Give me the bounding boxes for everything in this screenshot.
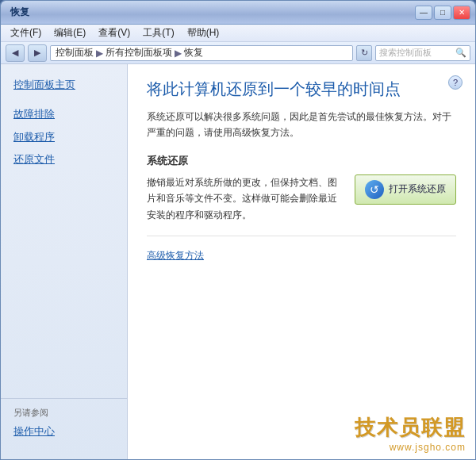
restore-btn-label: 打开系统还原 <box>389 182 446 196</box>
sidebar-also-see: 另请参阅 操作中心 <box>1 398 127 450</box>
path-arrow-2: ▶ <box>175 48 182 59</box>
back-button[interactable]: ◀ <box>6 44 25 62</box>
path-segment-2: 所有控制面板项 <box>106 46 172 59</box>
main-window: 恢复 — □ ✕ 文件(F) 编辑(E) 查看(V) 工具(T) 帮助(H) ◀… <box>0 0 476 460</box>
maximize-button[interactable]: □ <box>434 6 451 20</box>
menu-file[interactable]: 文件(F) <box>4 25 48 41</box>
page-description: 系统还原可以解决很多系统问题，因此是首先尝试的最佳恢复方法。对于严重的问题，请使… <box>147 109 456 141</box>
watermark-text-line1: 技术员联盟 <box>355 414 466 442</box>
path-segment-1: 控制面板 <box>56 46 94 59</box>
menu-bar: 文件(F) 编辑(E) 查看(V) 工具(T) 帮助(H) <box>1 25 475 42</box>
address-path[interactable]: 控制面板 ▶ 所有控制面板项 ▶ 恢复 <box>50 45 353 61</box>
menu-edit[interactable]: 编辑(E) <box>48 25 92 41</box>
search-box[interactable]: 搜索控制面板 🔍 <box>375 45 470 61</box>
sidebar: 控制面板主页 故障排除 卸载程序 还原文件 另请参阅 操作中心 <box>1 64 128 459</box>
sidebar-link-uninstall[interactable]: 卸载程序 <box>1 126 127 149</box>
menu-view[interactable]: 查看(V) <box>92 25 136 41</box>
watermark: 技术员联盟 www.jsgho.com <box>355 414 466 453</box>
page-title: 将此计算机还原到一个较早的时间点 <box>147 79 456 99</box>
menu-help[interactable]: 帮助(H) <box>181 25 226 41</box>
sidebar-link-home[interactable]: 控制面板主页 <box>1 74 127 97</box>
path-segment-3: 恢复 <box>184 46 203 59</box>
content-panel: ? 将此计算机还原到一个较早的时间点 系统还原可以解决很多系统问题，因此是首先尝… <box>128 64 475 459</box>
close-button[interactable]: ✕ <box>453 6 470 20</box>
sidebar-link-action-center[interactable]: 操作中心 <box>13 422 114 442</box>
search-placeholder: 搜索控制面板 <box>379 47 455 59</box>
restore-btn-icon: ↺ <box>365 180 384 199</box>
sidebar-link-restore-files[interactable]: 还原文件 <box>1 148 127 171</box>
window-title: 恢复 <box>6 6 413 19</box>
also-see-label: 另请参阅 <box>13 407 114 419</box>
minimize-button[interactable]: — <box>415 6 432 20</box>
forward-button[interactable]: ▶ <box>28 44 47 62</box>
advanced-recovery-link[interactable]: 高级恢复方法 <box>147 249 456 263</box>
open-system-restore-button[interactable]: ↺ 打开系统还原 <box>355 174 456 205</box>
main-area: 控制面板主页 故障排除 卸载程序 还原文件 另请参阅 操作中心 ? 将此计算机还… <box>1 64 475 459</box>
restore-description: 撤销最近对系统所做的更改，但保持文档、图片和音乐等文件不变。这样做可能会删除最近… <box>147 174 342 223</box>
path-arrow-1: ▶ <box>96 48 103 59</box>
menu-tools[interactable]: 工具(T) <box>136 25 180 41</box>
section-title: 系统还原 <box>147 154 456 168</box>
search-icon: 🔍 <box>455 48 466 58</box>
refresh-button[interactable]: ↻ <box>356 45 372 61</box>
address-bar: ◀ ▶ 控制面板 ▶ 所有控制面板项 ▶ 恢复 ↻ 搜索控制面板 🔍 <box>1 42 475 64</box>
watermark-text-line2: www.jsgho.com <box>390 442 466 453</box>
restore-section: 撤销最近对系统所做的更改，但保持文档、图片和音乐等文件不变。这样做可能会删除最近… <box>147 174 456 236</box>
sidebar-link-troubleshoot[interactable]: 故障排除 <box>1 103 127 126</box>
title-bar: 恢复 — □ ✕ <box>1 1 475 25</box>
help-icon[interactable]: ? <box>448 75 463 90</box>
